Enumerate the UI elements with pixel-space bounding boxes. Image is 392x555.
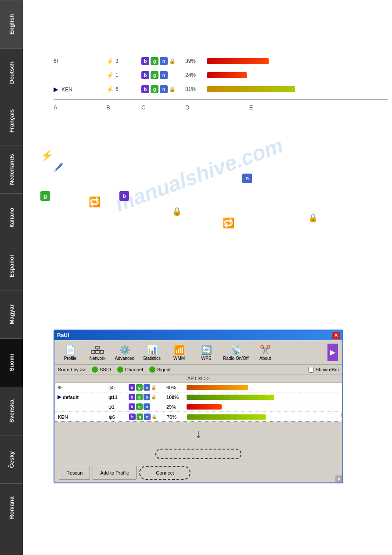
svg-rect-1 [96, 351, 99, 353]
add-to-profile-button[interactable]: Add to Profile [93, 466, 137, 480]
ap-list-header: AP List >> [54, 375, 342, 382]
wifi-icon-1: 🔁 [89, 196, 101, 208]
sidebar-item-magyar[interactable]: Magyar [0, 290, 23, 338]
icons-section: ⚡ 🖊️ g 🔁 b n 🔒 🔁 🔒 [27, 145, 388, 321]
bottom-buttons: Rescan Add to Profile Connect [54, 463, 342, 482]
sidebar-item-english[interactable]: English [0, 0, 23, 48]
rescan-button[interactable]: Rescan [59, 466, 90, 480]
ssid-circle-icon [92, 366, 98, 373]
diagram-percent-3: 81% [185, 86, 207, 92]
advanced-icon: ⚙️ [118, 344, 132, 356]
raui-close-button[interactable]: ✕ [332, 332, 340, 339]
connect-button[interactable]: Connect [149, 468, 181, 477]
channel-filter[interactable]: Channel [117, 366, 143, 373]
sidebar-item-cesky[interactable]: Česky [0, 435, 23, 483]
diagram-divider [54, 99, 388, 100]
about-icon: ✂️ [258, 344, 272, 356]
toolbar-advanced-button[interactable]: ⚙️ Advanced [113, 343, 136, 362]
wifi-icon-2: 🔁 [223, 218, 234, 229]
ap-bar-default [187, 395, 339, 400]
diagram-ssid-3: ▶ KEN [54, 86, 106, 93]
sbadge-g-6f: g [136, 384, 143, 391]
toolbar-about-label: About [259, 356, 271, 361]
show-dbm-checkbox[interactable] [308, 367, 314, 373]
signal-label: Signal [157, 367, 171, 372]
wmm-icon: 📶 [172, 344, 186, 356]
badge-b-2: b [141, 71, 149, 79]
badge-b-float: b [119, 189, 129, 201]
toolbar-profile-label: Profile [64, 356, 76, 361]
ap-ssid-ken: KEN [58, 414, 106, 420]
sbadge-n-6f: n [144, 384, 150, 391]
col-label-d: D [185, 104, 207, 111]
ap-badges-empty: b g n [129, 403, 164, 410]
scroll-down-icon[interactable]: ▼ [335, 475, 342, 482]
diagram-badges-1: b g n 🔒 [141, 57, 185, 65]
svg-rect-2 [100, 351, 104, 353]
toolbar-about-button[interactable]: ✂️ About [254, 343, 277, 362]
ap-row-empty[interactable]: ψ1 b g n 29% [55, 402, 342, 412]
lock-icon-1: 🔒 [172, 207, 182, 216]
ken-arrow-icon: ▶ [54, 86, 58, 93]
sbadge-g-def: g [136, 394, 143, 400]
ap-bar-ken [187, 414, 339, 420]
diagram-badges-2: b g n [141, 71, 185, 79]
ap-channel-empty: ψ1 [108, 404, 126, 410]
toolbar-network-button[interactable]: Network [86, 343, 109, 362]
wps-icon: 🔄 [199, 344, 213, 356]
diagram-percent-1: 39% [185, 58, 207, 64]
sidebar-item-svenska[interactable]: Svenska [0, 387, 23, 435]
bar-empty [187, 404, 222, 410]
sidebar-item-deutsch[interactable]: Deutsch [0, 48, 23, 97]
ap-ssid-default: ▶ default [58, 394, 106, 400]
filter-bar: Sorted by >> SSID Channel Signal Show dB… [54, 365, 342, 375]
sidebar-item-espanol[interactable]: Español [0, 242, 23, 290]
connect-oval: · · · · · · · · · · · · · [155, 449, 241, 459]
connect-oval-button-container: Connect [139, 466, 191, 480]
col-label-c: C [141, 104, 185, 111]
show-dbm-label: Show dBm [316, 367, 339, 372]
diagram-row-3: ▶ KEN ⚡6 b g n 🔒 81% [54, 85, 388, 93]
main-content: manualshive.com 6F ⚡3 b g n 🔒 39% ⚡1 [23, 0, 392, 555]
ap-bar-empty [187, 404, 339, 410]
network-icon [90, 344, 104, 356]
ap-percent-empty: 29% [166, 404, 184, 410]
sidebar-item-italiano[interactable]: Italiano [0, 193, 23, 242]
toolbar-statistics-button[interactable]: 📊 Statistics [140, 343, 163, 362]
arrow-section: ↓ [54, 422, 342, 445]
sidebar-item-romana[interactable]: Română [0, 483, 23, 532]
ap-row-default[interactable]: ▶ default ψ11 b g n 🔒 100% [55, 392, 342, 402]
diagram-ssid-1: 6F [54, 58, 106, 64]
toolbar-radio-button[interactable]: 📡 Radio On/Off [222, 343, 249, 362]
diagram-row-2: ⚡1 b g n 24% [54, 71, 388, 79]
toolbar-advanced-label: Advanced [115, 356, 134, 361]
sbadge-g-ken: g [137, 414, 143, 420]
ap-row-ken[interactable]: KEN ψ6 b g n 🔒 76% [55, 412, 342, 422]
sidebar-item-francais[interactable]: Français [0, 97, 23, 145]
ap-ssid-6f: 6F [58, 385, 106, 390]
toolbar-profile-button[interactable]: 📄 Profile [59, 343, 82, 362]
ap-badges-ken: b g n 🔒 [129, 414, 164, 420]
sidebar-item-suomi[interactable]: Suomi [0, 338, 23, 387]
toolbar-next-button[interactable]: ▶ [327, 344, 338, 361]
badge-g-3: g [151, 85, 158, 93]
diagram-bar-3 [207, 86, 295, 92]
svg-rect-0 [91, 351, 95, 353]
sidebar-item-nederlands[interactable]: Nederlands [0, 145, 23, 193]
toolbar-wps-button[interactable]: 🔄 WPS [195, 343, 218, 362]
toolbar-radio-label: Radio On/Off [223, 356, 248, 361]
ap-row-6f[interactable]: 6F ψ0 b g n 🔒 60% [55, 383, 342, 392]
ssid-filter[interactable]: SSID [92, 366, 111, 373]
radio-icon: 📡 [229, 344, 243, 356]
diagram-col-labels: A B C D E [54, 104, 388, 111]
channel-label: Channel [125, 367, 143, 372]
show-dbm-container: Show dBm [308, 367, 339, 373]
ap-list: 6F ψ0 b g n 🔒 60% ▶ default ψ11 [54, 382, 342, 422]
signal-filter[interactable]: Signal [149, 366, 171, 373]
col-label-b: B [106, 104, 141, 111]
diagram-channel-1: ⚡3 [106, 58, 141, 65]
toolbar-wmm-button[interactable]: 📶 WMM [168, 343, 191, 362]
sbadge-b-em: b [129, 403, 135, 410]
badge-n-float: n [242, 171, 252, 183]
ap-badges-6f: b g n 🔒 [129, 384, 164, 391]
